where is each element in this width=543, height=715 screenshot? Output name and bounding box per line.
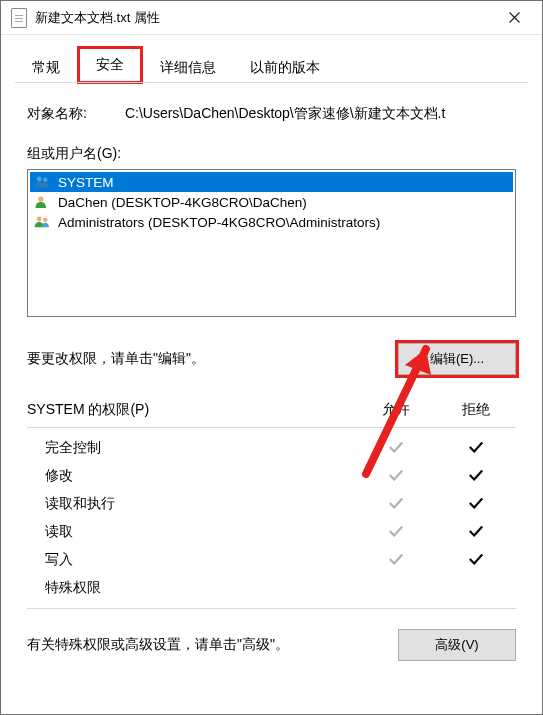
perm-row-write: 写入 <box>27 546 516 574</box>
user-icon <box>34 194 52 210</box>
checkmark-icon <box>468 524 484 538</box>
perm-name: 读取和执行 <box>45 495 356 513</box>
allow-column-header: 允许 <box>356 401 436 419</box>
user-item-label: SYSTEM <box>58 175 114 190</box>
object-name-row: 对象名称: C:\Users\DaChen\Desktop\管家速修\新建文本文… <box>27 105 516 123</box>
users-group-icon <box>34 214 52 230</box>
perm-name: 完全控制 <box>45 439 356 457</box>
perm-row-full-control: 完全控制 <box>27 434 516 462</box>
perm-name: 特殊权限 <box>45 579 356 597</box>
permissions-list: 完全控制 修改 读取和执行 读取 写入 <box>27 427 516 609</box>
tab-previous-versions[interactable]: 以前的版本 <box>233 51 337 84</box>
tab-general[interactable]: 常规 <box>15 51 77 84</box>
checkmark-icon <box>388 468 404 482</box>
close-icon <box>509 12 520 23</box>
checkmark-icon <box>468 552 484 566</box>
user-item-label: DaChen (DESKTOP-4KG8CRO\DaChen) <box>58 195 307 210</box>
advanced-hint-text: 有关特殊权限或高级设置，请单击"高级"。 <box>27 636 289 654</box>
advanced-row: 有关特殊权限或高级设置，请单击"高级"。 高级(V) <box>27 629 516 661</box>
tab-security[interactable]: 安全 <box>77 46 143 84</box>
tab-underline <box>15 82 528 83</box>
user-item-admins[interactable]: Administrators (DESKTOP-4KG8CRO\Administ… <box>30 212 513 232</box>
svg-point-2 <box>38 196 43 201</box>
deny-column-header: 拒绝 <box>436 401 516 419</box>
perm-row-read: 读取 <box>27 518 516 546</box>
permissions-label: SYSTEM 的权限(P) <box>27 401 356 419</box>
properties-dialog: 新建文本文档.txt 属性 常规 安全 详细信息 以前的版本 对象名称: C:\… <box>0 0 543 715</box>
perm-row-read-execute: 读取和执行 <box>27 490 516 518</box>
user-item-dachen[interactable]: DaChen (DESKTOP-4KG8CRO\DaChen) <box>30 192 513 212</box>
advanced-button[interactable]: 高级(V) <box>398 629 516 661</box>
checkmark-icon <box>388 552 404 566</box>
edit-button[interactable]: 编辑(E)... <box>398 343 516 375</box>
group-users-list[interactable]: SYSTEM DaChen (DESKTOP-4KG8CRO\DaChen) <box>27 169 516 317</box>
perm-row-special: 特殊权限 <box>27 574 516 602</box>
permissions-header: SYSTEM 的权限(P) 允许 拒绝 <box>27 401 516 419</box>
object-name-value: C:\Users\DaChen\Desktop\管家速修\新建文本文档.t <box>125 105 516 123</box>
checkmark-icon <box>468 468 484 482</box>
perm-name: 修改 <box>45 467 356 485</box>
user-item-system[interactable]: SYSTEM <box>30 172 513 192</box>
svg-point-4 <box>43 218 48 223</box>
perm-row-modify: 修改 <box>27 462 516 490</box>
svg-point-1 <box>43 178 48 183</box>
tab-details[interactable]: 详细信息 <box>143 51 233 84</box>
window-title: 新建文本文档.txt 属性 <box>35 9 492 27</box>
checkmark-icon <box>388 524 404 538</box>
checkmark-icon <box>388 440 404 454</box>
user-item-label: Administrators (DESKTOP-4KG8CRO\Administ… <box>58 215 380 230</box>
perm-name: 读取 <box>45 523 356 541</box>
edit-hint-text: 要更改权限，请单击"编辑"。 <box>27 350 205 368</box>
close-button[interactable] <box>492 4 536 32</box>
edit-row: 要更改权限，请单击"编辑"。 编辑(E)... <box>27 343 516 375</box>
checkmark-icon <box>388 496 404 510</box>
svg-point-0 <box>37 177 42 182</box>
group-users-label: 组或用户名(G): <box>27 145 516 163</box>
perm-name: 写入 <box>45 551 356 569</box>
checkmark-icon <box>468 440 484 454</box>
checkmark-icon <box>468 496 484 510</box>
users-group-icon <box>34 174 52 190</box>
svg-point-3 <box>37 217 42 222</box>
title-bar: 新建文本文档.txt 属性 <box>1 1 542 35</box>
security-panel: 对象名称: C:\Users\DaChen\Desktop\管家速修\新建文本文… <box>1 83 542 714</box>
object-name-label: 对象名称: <box>27 105 87 123</box>
document-icon <box>11 8 27 28</box>
tab-bar: 常规 安全 详细信息 以前的版本 <box>1 35 542 83</box>
